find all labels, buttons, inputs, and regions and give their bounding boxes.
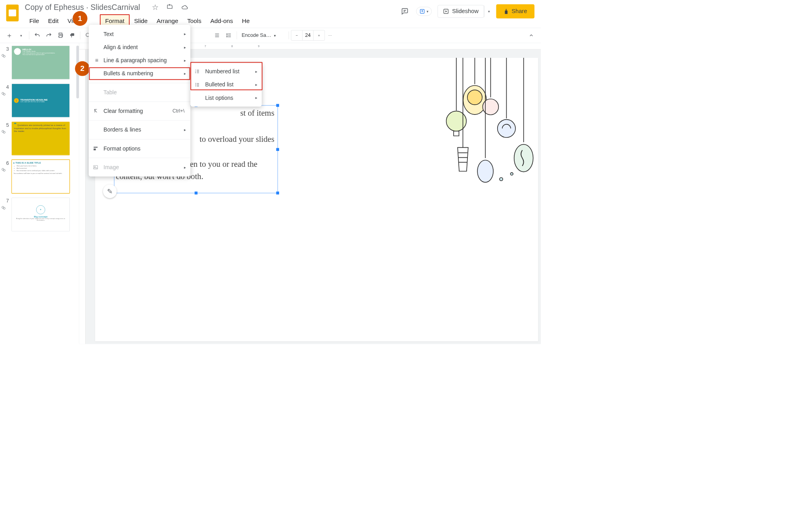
resize-handle[interactable] [276, 104, 279, 107]
format-options-icon [93, 146, 100, 151]
slides-logo[interactable] [5, 3, 20, 23]
slide-art [446, 58, 541, 248]
thumbnail-item[interactable]: 3 HELLO!I am Jayden SmithI am here becau… [1, 46, 77, 79]
svg-point-13 [3, 132, 5, 134]
new-slide-button[interactable]: ＋ [4, 30, 15, 41]
increase-font-button[interactable]: + [314, 31, 325, 40]
svg-point-33 [510, 173, 513, 176]
thumbnail-panel[interactable]: 3 HELLO!I am Jayden SmithI am here becau… [0, 43, 79, 344]
svg-point-28 [514, 144, 533, 172]
callout-2: 2 [75, 61, 90, 76]
shortcut-label: Ctrl+\ [172, 108, 185, 114]
svg-point-19 [446, 111, 467, 131]
paint-format-button[interactable] [66, 30, 78, 41]
font-family-select[interactable]: Encode Sa… ▾ [239, 30, 287, 41]
image-icon [93, 165, 100, 170]
speaker-notes-icon [1, 206, 6, 210]
svg-rect-35 [94, 149, 96, 150]
star-icon[interactable]: ☆ [151, 3, 159, 11]
svg-rect-5 [59, 36, 62, 38]
svg-point-11 [3, 93, 5, 95]
share-button[interactable]: Share [496, 4, 534, 19]
line-spacing-icon: ≡ [93, 57, 100, 64]
svg-rect-34 [94, 147, 98, 148]
ruler-vertical [79, 50, 86, 344]
comments-icon[interactable] [399, 6, 410, 17]
svg-point-31 [477, 160, 493, 182]
format-spacing[interactable]: ≡Line & paragraph spacing [89, 54, 190, 67]
font-family-label: Encode Sa… [241, 32, 271, 38]
thumbnail-item[interactable]: 6 ▸ THIS IS A SLIDE TITLE Here you have … [1, 160, 77, 193]
svg-point-24 [483, 99, 498, 115]
format-menu-popup: Text Align & indent ≡Line & paragraph sp… [89, 25, 190, 177]
menu-edit[interactable]: Edit [44, 15, 63, 27]
slideshow-caret[interactable]: ▾ [484, 6, 494, 17]
svg-rect-36 [94, 166, 98, 169]
format-clear[interactable]: Clear formattingCtrl+\ [89, 105, 190, 118]
share-label: Share [511, 8, 527, 15]
svg-point-32 [500, 177, 503, 181]
format-borders[interactable]: Borders & lines [89, 123, 190, 136]
font-size-value[interactable]: 24 [303, 31, 314, 40]
format-options[interactable]: Format options [89, 142, 190, 155]
svg-point-26 [498, 120, 515, 137]
thumbnail-item[interactable]: 5 ❝ Quotations are commonly printed as a… [1, 122, 77, 155]
bulleted-list-icon [195, 82, 202, 87]
speaker-notes-icon [1, 168, 6, 172]
numbered-list-item[interactable]: 123 Numbered list [190, 65, 262, 78]
more-toolbar-button[interactable]: ⋯ [325, 30, 336, 41]
svg-text:3: 3 [195, 72, 196, 74]
thumb-text: Quotations are commonly printed as a mea… [14, 124, 66, 132]
thumb-number: 3 [1, 46, 9, 52]
thumbnail-item[interactable]: 4 1 TRANSITION HEADLINELet's start with … [1, 84, 77, 117]
svg-point-22 [467, 90, 482, 105]
new-slide-caret[interactable]: ▾ [15, 30, 27, 41]
speaker-notes-icon [1, 92, 6, 96]
svg-point-42 [195, 84, 196, 85]
svg-point-43 [195, 86, 196, 86]
svg-point-14 [2, 168, 4, 170]
svg-point-9 [3, 55, 5, 57]
menu-help[interactable]: He [237, 15, 254, 27]
menu-file[interactable]: File [25, 15, 44, 27]
slideshow-button[interactable]: Slideshow [438, 5, 484, 18]
align-button[interactable] [211, 30, 223, 41]
print-button[interactable] [55, 30, 66, 41]
speaker-notes-icon [1, 130, 6, 134]
decrease-font-button[interactable]: − [291, 31, 303, 40]
svg-point-41 [195, 83, 196, 84]
doc-title[interactable]: Copy of Ephesus · SlidesCarnival [25, 3, 140, 11]
undo-button[interactable] [31, 30, 43, 41]
menu-addons[interactable]: Add-ons [206, 15, 237, 27]
list-options-item[interactable]: List options [190, 91, 262, 104]
svg-rect-1 [9, 10, 16, 16]
resize-handle[interactable] [195, 192, 197, 195]
explore-pin-icon[interactable]: ✎ [103, 185, 117, 198]
svg-point-8 [2, 54, 4, 56]
collapse-toolbar-button[interactable] [525, 30, 537, 41]
speaker-notes-icon [1, 53, 6, 58]
font-size-stepper[interactable]: − 24 + [291, 30, 325, 41]
format-text[interactable]: Text [89, 27, 190, 40]
redo-button[interactable] [43, 30, 55, 41]
toolbar: ＋ ▾ ▾ Encode Sa… ▾ − 24 + ⋯ [0, 28, 541, 43]
line-spacing-button[interactable] [223, 30, 234, 41]
format-align[interactable]: Align & indent [89, 41, 190, 54]
doc-title-actions: ☆ [146, 3, 189, 12]
resize-handle[interactable] [276, 192, 279, 195]
format-bullets[interactable]: Bullets & numbering [89, 67, 190, 80]
svg-point-12 [2, 130, 4, 132]
resize-handle[interactable] [276, 148, 279, 151]
present-compact-button[interactable]: ▾ [416, 7, 432, 16]
bulleted-list-item[interactable]: Bulleted list [190, 78, 262, 91]
thumb-number: 4 [1, 84, 9, 90]
thumb-number: 6 [1, 160, 9, 166]
thumbnail-item[interactable]: 7 ✦ Big concept Bring the attention of y… [1, 198, 77, 231]
cloud-icon[interactable] [181, 3, 189, 11]
move-icon[interactable] [166, 3, 174, 11]
svg-point-17 [3, 207, 5, 209]
svg-point-21 [463, 86, 486, 114]
thumb-number: 5 [1, 122, 9, 128]
caret-down-icon: ▾ [427, 9, 429, 13]
thumb-title: THIS IS A SLIDE TITLE [15, 162, 41, 164]
